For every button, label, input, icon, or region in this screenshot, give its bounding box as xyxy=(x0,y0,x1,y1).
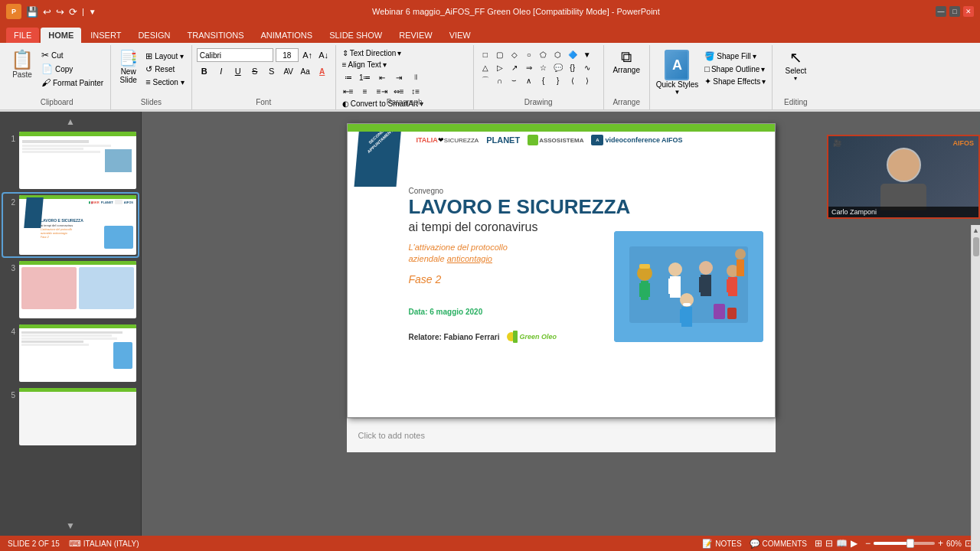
slide-thumb-2[interactable]: 2 🇮🇹SKR PLANET AIFOS LAVORO E SICUREZZA … xyxy=(3,194,138,256)
slide-subtitle-italic1[interactable]: L'attivazione del protocollo xyxy=(409,243,508,252)
bold-button[interactable]: B xyxy=(197,64,212,78)
shape14[interactable]: {} xyxy=(566,61,580,73)
rounded-rect-shape[interactable]: ▢ xyxy=(493,48,507,60)
cut-button[interactable]: ✂ Cut xyxy=(39,49,106,61)
scroll-down-button[interactable]: ▼ xyxy=(3,520,138,531)
decrease-font-button[interactable]: A↓ xyxy=(317,48,331,62)
shape20[interactable]: { xyxy=(537,74,550,86)
strikethrough-button[interactable]: S xyxy=(247,64,263,78)
paste-button[interactable]: 📋 Paste xyxy=(8,47,37,80)
more-shapes[interactable]: ▼ xyxy=(580,48,594,60)
shape17[interactable]: ∩ xyxy=(493,74,507,86)
tab-insert[interactable]: INSERT xyxy=(83,28,129,43)
notes-button[interactable]: 📝 NOTES xyxy=(702,539,741,549)
shape-outline-button[interactable]: □ Shape Outline ▾ xyxy=(703,64,767,74)
shape15[interactable]: ∿ xyxy=(580,61,594,73)
shape7[interactable]: 🔷 xyxy=(566,48,580,60)
slide-canvas[interactable]: SECONDO APPUNTAMENTO ITALIA ❤ SICUREZZA … xyxy=(347,123,776,418)
quick-styles-button[interactable]: A Quick Styles ▼ xyxy=(655,48,701,97)
text-direction-button[interactable]: ⇕ Text Direction ▾ xyxy=(341,48,403,58)
slide-fase[interactable]: Fase 2 xyxy=(409,273,442,285)
align-center-button[interactable]: ≡ xyxy=(358,85,373,97)
shape9[interactable]: ▷ xyxy=(493,61,507,73)
undo-icon[interactable]: ↩ xyxy=(43,6,51,18)
numbering-button[interactable]: 1≔ xyxy=(358,71,373,83)
zoom-in-button[interactable]: + xyxy=(938,538,943,549)
slide-title-main[interactable]: LAVORO E SICUREZZA xyxy=(409,196,631,218)
shape5[interactable]: ⬠ xyxy=(537,48,550,60)
format-painter-button[interactable]: 🖌 Format Painter xyxy=(39,77,106,89)
shape3[interactable]: ◇ xyxy=(508,48,521,60)
section-button[interactable]: ≡ Convegno Section ▾ xyxy=(143,77,187,87)
zoom-out-button[interactable]: − xyxy=(865,538,871,549)
vscroll-thumb[interactable] xyxy=(973,237,979,256)
shape4[interactable]: ○ xyxy=(522,48,536,60)
tab-transitions[interactable]: TRANSITIONS xyxy=(180,28,252,43)
shape10[interactable]: ↗ xyxy=(508,61,521,73)
shape13[interactable]: 💬 xyxy=(551,61,565,73)
select-button[interactable]: ↖ Select ▾ xyxy=(777,45,814,84)
reset-button[interactable]: ↺ Reset xyxy=(143,64,187,75)
font-size-input[interactable] xyxy=(276,48,299,62)
italic-button[interactable]: I xyxy=(214,64,229,78)
shape21[interactable]: } xyxy=(551,74,565,86)
font-name-input[interactable] xyxy=(197,48,273,62)
tab-view[interactable]: VIEW xyxy=(442,28,479,43)
slide-title-sub[interactable]: ai tempi del coronavirus xyxy=(409,220,538,234)
scroll-up-button[interactable]: ▲ xyxy=(3,116,138,127)
decrease-indent-button[interactable]: ⇤ xyxy=(374,71,390,83)
slide-thumb-4[interactable]: 4 xyxy=(3,323,138,383)
shape18[interactable]: ⌣ xyxy=(508,74,521,86)
increase-indent-button[interactable]: ⇥ xyxy=(391,71,407,83)
slide-sorter-button[interactable]: ⊟ xyxy=(825,538,833,549)
shape16[interactable]: ⌒ xyxy=(479,74,492,86)
reading-view-button[interactable]: 📖 xyxy=(836,538,848,549)
redo-icon[interactable]: ↪ xyxy=(56,6,64,18)
cols-button[interactable]: ⫴ xyxy=(408,71,423,83)
vscroll-up[interactable]: ▲ xyxy=(971,225,980,236)
font-color-button[interactable]: A xyxy=(315,64,330,78)
line-spacing-button[interactable]: ↕≡ xyxy=(408,85,423,97)
shape12[interactable]: ☆ xyxy=(537,61,550,73)
zoom-slider[interactable] xyxy=(874,542,935,545)
save-icon[interactable]: 💾 xyxy=(26,6,38,18)
layout-button[interactable]: ⊞ Layout ▾ xyxy=(143,51,187,62)
shape-effects-button[interactable]: ✦ Shape Effects ▾ xyxy=(703,76,767,87)
qa-more-icon[interactable]: ▼ xyxy=(89,8,96,16)
tab-animations[interactable]: ANIMATIONS xyxy=(253,28,321,43)
slide-thumb-3[interactable]: 3 xyxy=(3,259,138,320)
slide-subtitle-italic2[interactable]: aziendale anticontagio xyxy=(409,254,492,263)
align-text-button[interactable]: ≡ Align Text ▾ xyxy=(341,60,388,70)
slide-thumb-1[interactable]: 1 xyxy=(3,130,138,191)
tab-home[interactable]: HOME xyxy=(41,28,81,43)
new-slide-button[interactable]: 📑 New Slide xyxy=(116,47,141,86)
slide-relatore[interactable]: Relatore: Fabiano Ferrari Green Oleo xyxy=(409,331,557,343)
copy-button[interactable]: 📄 Copy xyxy=(39,63,106,75)
char-spacing-button[interactable]: AV xyxy=(281,64,296,78)
comments-button[interactable]: 💬 COMMENTS xyxy=(750,539,807,549)
shape8[interactable]: △ xyxy=(479,61,492,73)
increase-font-button[interactable]: A↑ xyxy=(301,48,315,62)
arrange-button[interactable]: ⧉ Arrange xyxy=(609,45,645,77)
tab-file[interactable]: FILE xyxy=(6,28,39,43)
normal-view-button[interactable]: ⊞ xyxy=(815,538,822,549)
shape-fill-button[interactable]: 🪣 Shape Fill ▾ xyxy=(703,51,767,62)
shape11[interactable]: ⇒ xyxy=(522,61,536,73)
shape6[interactable]: ⬡ xyxy=(551,48,565,60)
shape23[interactable]: ⟩ xyxy=(580,74,594,86)
tab-design[interactable]: DESIGN xyxy=(130,28,178,43)
refresh-icon[interactable]: ⟳ xyxy=(69,6,77,18)
align-left-button[interactable]: ⇤≡ xyxy=(341,85,356,97)
slide-thumb-5[interactable]: 5 xyxy=(3,386,138,447)
shape19[interactable]: ∧ xyxy=(522,74,536,86)
slide-date[interactable]: Data: 6 maggio 2020 xyxy=(409,308,483,316)
rect-shape[interactable]: □ xyxy=(479,48,492,60)
align-right-button[interactable]: ≡⇥ xyxy=(374,85,390,97)
tab-review[interactable]: REVIEW xyxy=(391,28,439,43)
justify-button[interactable]: ⇔≡ xyxy=(391,85,407,97)
shadow-button[interactable]: S xyxy=(264,64,279,78)
tab-slideshow[interactable]: SLIDE SHOW xyxy=(322,28,390,43)
slide-show-button[interactable]: ▶ xyxy=(851,538,858,549)
bullets-button[interactable]: ≔ xyxy=(341,71,356,83)
underline-button[interactable]: U xyxy=(230,64,246,78)
